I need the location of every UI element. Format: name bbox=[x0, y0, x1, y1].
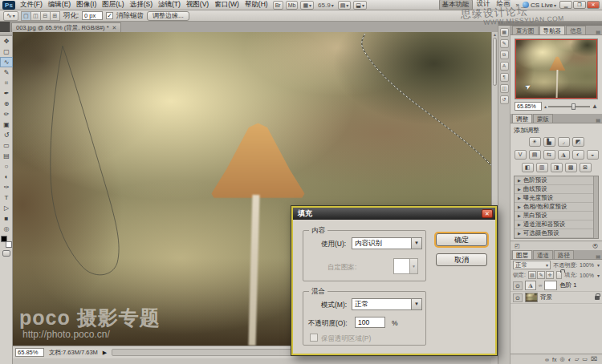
dialog-close-icon[interactable]: ✕ bbox=[482, 209, 493, 218]
lock-transparency-icon[interactable]: ▨ bbox=[528, 271, 536, 279]
clone-stamp-tool[interactable]: ▣ bbox=[0, 119, 13, 130]
adj-color-balance-icon[interactable]: ⇆ bbox=[543, 150, 555, 160]
preset-group-row[interactable]: 可选颜色预设 bbox=[515, 229, 598, 238]
menu-item[interactable]: 帮助(H) bbox=[242, 0, 270, 10]
eraser-tool[interactable]: ▭ bbox=[0, 140, 13, 151]
color-swatches[interactable] bbox=[1, 236, 12, 248]
menu-item[interactable]: 窗口(W) bbox=[212, 0, 242, 10]
menu-item[interactable]: 图层(L) bbox=[100, 0, 126, 10]
menu-item[interactable]: 视图(V) bbox=[184, 0, 211, 10]
zoom-slider-handle[interactable] bbox=[571, 103, 576, 110]
tab-histogram[interactable]: 直方图 bbox=[512, 26, 539, 34]
add-mask-icon[interactable]: ◎ bbox=[560, 356, 565, 362]
adj-gradient-map-icon[interactable]: ▩ bbox=[565, 163, 577, 172]
panel-menu-icon[interactable]: ▤ bbox=[596, 117, 600, 123]
dock-styles-icon[interactable]: ◫ bbox=[500, 84, 509, 93]
fill-arrow-icon[interactable] bbox=[596, 273, 600, 278]
document-tab[interactable]: 003.jpg @ 65.9% (背景, RGB/8#) * ✕ bbox=[11, 22, 121, 32]
adj-threshold-icon[interactable]: ◨ bbox=[551, 163, 563, 172]
dock-brush-presets-icon[interactable]: ✎ bbox=[500, 39, 509, 48]
adj-curves-icon[interactable]: ◞ bbox=[558, 137, 570, 147]
tab-navigator[interactable]: 导航器 bbox=[539, 26, 566, 34]
foreground-color-swatch[interactable] bbox=[1, 236, 7, 242]
tab-adjustments[interactable]: 调整 bbox=[512, 114, 532, 123]
layer-style-icon[interactable]: fx bbox=[552, 357, 556, 362]
zoom-out-mountain-icon[interactable]: ▴ bbox=[544, 103, 547, 109]
menu-item[interactable]: 文件(F) bbox=[18, 0, 45, 10]
visibility-eye-icon[interactable]: ⊙ bbox=[513, 293, 523, 302]
adj-selective-color-icon[interactable]: ⊠ bbox=[580, 163, 592, 172]
new-layer-icon[interactable]: ▭ bbox=[582, 356, 588, 362]
lock-image-icon[interactable]: ✎ bbox=[537, 271, 545, 279]
menu-item[interactable]: 滤镜(T) bbox=[156, 0, 183, 10]
refine-edge-button[interactable]: 调整边缘... bbox=[147, 11, 189, 21]
dock-character-icon[interactable]: A bbox=[500, 62, 509, 71]
workspace-overflow-icon[interactable]: » bbox=[516, 2, 519, 9]
fill-value[interactable]: 100% bbox=[580, 273, 594, 278]
type-tool[interactable]: T bbox=[0, 192, 13, 203]
navigator-zoom-input[interactable]: 65.85% bbox=[515, 102, 542, 111]
screen-mode-button[interactable]: ⬓ bbox=[353, 1, 367, 10]
minimize-button[interactable]: ▁ bbox=[559, 1, 572, 9]
move-tool[interactable]: ✥ bbox=[0, 36, 13, 47]
scrollbar-thumb[interactable] bbox=[493, 38, 497, 86]
panel-menu-icon[interactable]: ▤ bbox=[596, 253, 600, 259]
workspace-essentials[interactable]: 基本功能 bbox=[439, 0, 473, 10]
mini-bridge-button[interactable]: Mb bbox=[286, 1, 299, 10]
zoom-level-dropdown[interactable]: 65.9 bbox=[316, 2, 336, 9]
use-select[interactable]: 内容识别 ▼ bbox=[352, 237, 422, 249]
adj-exposure-icon[interactable]: ◩ bbox=[572, 137, 584, 147]
new-adjustment-icon[interactable]: ◐ bbox=[568, 357, 571, 362]
panel-view-toggle-icon[interactable]: ◰ bbox=[515, 243, 520, 249]
blend-mode-select[interactable]: 正常 bbox=[513, 261, 551, 269]
adj-photo-filter-icon[interactable]: ◐ bbox=[572, 150, 584, 160]
quick-mask-button[interactable] bbox=[2, 250, 10, 257]
adj-black-white-icon[interactable]: ◮ bbox=[558, 150, 570, 160]
preset-group-row[interactable]: 曲线预设 bbox=[515, 185, 598, 194]
lock-all-icon[interactable] bbox=[556, 271, 562, 279]
dock-paragraph-icon[interactable]: ¶ bbox=[500, 73, 509, 82]
path-selection-tool[interactable]: ▷ bbox=[0, 203, 13, 213]
active-tool-icon[interactable]: ∿ bbox=[3, 11, 18, 21]
link-layers-icon[interactable]: ∞ bbox=[545, 357, 549, 362]
workspace-design[interactable]: 设计 bbox=[474, 0, 493, 10]
adj-hue-saturation-icon[interactable]: ▤ bbox=[529, 150, 541, 160]
arrange-documents-button[interactable]: ▤ bbox=[338, 1, 352, 10]
delete-layer-icon[interactable]: ⌧ bbox=[591, 356, 597, 362]
tab-info[interactable]: 信息 bbox=[566, 26, 586, 34]
ps-logo-icon[interactable]: Ps bbox=[2, 1, 15, 10]
tab-layers[interactable]: 图层 bbox=[512, 250, 532, 259]
dock-clone-source-icon[interactable]: ⧉ bbox=[500, 51, 509, 59]
tab-close-icon[interactable]: ✕ bbox=[112, 25, 117, 31]
menu-item[interactable]: 图像(I) bbox=[74, 0, 99, 10]
menu-item[interactable]: 编辑(E) bbox=[46, 0, 73, 10]
presets-scrollbar[interactable] bbox=[593, 176, 598, 238]
dodge-tool[interactable]: ◐ bbox=[0, 172, 13, 182]
preset-group-row[interactable]: 通道混和器预设 bbox=[515, 220, 598, 229]
navigator-thumbnail[interactable]: ➤ bbox=[515, 38, 598, 99]
layer-name[interactable]: 背景 bbox=[540, 293, 552, 301]
adj-posterize-icon[interactable]: ▥ bbox=[536, 163, 548, 172]
brush-tool[interactable]: ✏ bbox=[0, 109, 13, 119]
restore-button[interactable]: ❐ bbox=[573, 1, 586, 9]
layer-mask-thumbnail[interactable] bbox=[544, 281, 557, 290]
adj-vibrance-icon[interactable]: V bbox=[515, 150, 527, 160]
new-group-icon[interactable]: ▱ bbox=[575, 356, 579, 362]
view-extras-button[interactable]: ▦ bbox=[300, 1, 314, 10]
gradient-tool[interactable]: ▤ bbox=[0, 151, 13, 161]
opacity-arrow-icon[interactable] bbox=[596, 262, 600, 268]
bridge-button[interactable]: Br bbox=[273, 1, 283, 10]
status-zoom-input[interactable]: 65.85% bbox=[15, 348, 44, 357]
crop-tool[interactable]: ⌗ bbox=[0, 78, 13, 88]
healing-brush-tool[interactable]: ⊕ bbox=[0, 99, 13, 109]
zoom-in-mountain-icon[interactable]: ▲ bbox=[592, 103, 598, 110]
visibility-eye-icon[interactable]: ⊙ bbox=[513, 281, 523, 290]
pen-tool[interactable]: ✑ bbox=[0, 182, 13, 192]
preset-group-row[interactable]: 黑白预设 bbox=[515, 212, 598, 220]
fill-dialog-titlebar[interactable]: 填充 ✕ bbox=[293, 208, 495, 220]
menu-item[interactable]: 选择(S) bbox=[128, 0, 155, 10]
cs-live-button[interactable]: CS Live bbox=[523, 2, 556, 9]
dock-history-icon[interactable]: ↺ bbox=[500, 95, 509, 104]
tab-masks[interactable]: 蒙版 bbox=[533, 114, 553, 123]
panel-clip-icon[interactable]: ⦿ bbox=[592, 243, 598, 249]
